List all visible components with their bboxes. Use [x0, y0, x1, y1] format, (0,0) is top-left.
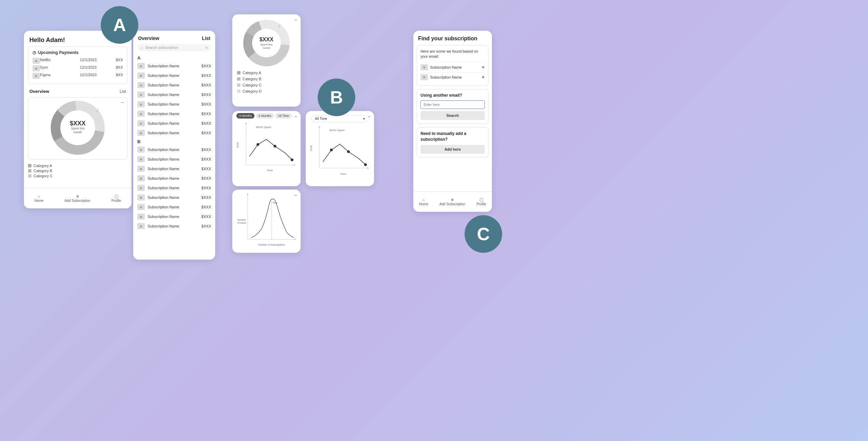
search-button[interactable]: Search [421, 111, 485, 120]
search-placeholder: Search subscription [145, 45, 178, 50]
list-item[interactable]: ▣ Subscription Name $XXX [133, 154, 215, 164]
list-item[interactable]: ▣ Subscription Name $XXX [133, 212, 215, 221]
sub-icon: ▣ [137, 92, 145, 98]
svg-point-44 [330, 149, 333, 151]
nav-home-a[interactable]: ⌂ Home [35, 194, 44, 203]
list-item[interactable]: ▣ Subscription Name $XXX [133, 109, 215, 119]
sub-price: $XXX [202, 112, 211, 116]
list-label-b[interactable]: List [202, 36, 210, 41]
svg-point-46 [364, 163, 367, 166]
sub-name: Subscription Name [148, 205, 199, 209]
upcoming-payments-title: Upcoming Payments [38, 50, 79, 55]
sub-price: $XXX [202, 83, 211, 87]
nav-add-label-a: Add Subscription [65, 199, 91, 203]
c3-minus-icon[interactable]: − [294, 192, 297, 198]
list-item[interactable]: ▣ Subscription Name $XXX [133, 71, 215, 80]
list-link[interactable]: List [120, 89, 126, 94]
svg-text:Number of Subscriptions: Number of Subscriptions [259, 244, 285, 246]
nav-home-label-e: Home [419, 202, 428, 206]
sub-name: Subscription Name [148, 83, 199, 87]
list-item[interactable]: ▣ Subscription Name $XXX [133, 221, 215, 231]
sub-name: Subscription Name [148, 186, 199, 190]
add-found-sub-2-icon[interactable]: + [482, 74, 485, 80]
circle-a-label: A [101, 6, 138, 44]
home-icon: ⌂ [38, 194, 40, 198]
sub-price: $XXX [202, 93, 211, 97]
panel-c2-linechart: − 3 Months 6 Months All Time $XXX Spent … [232, 111, 301, 186]
sub-icon: ▣ [137, 82, 145, 88]
c1-minus-icon[interactable]: − [294, 17, 297, 23]
circle-b-text: B [330, 87, 343, 108]
nav-add-e[interactable]: ⊕ Add Subscription [439, 198, 465, 206]
list-item[interactable]: ▣ Subscription Name $XXX [133, 193, 215, 202]
found-item-2[interactable]: ▣ Subscription Name + [421, 72, 485, 82]
list-item[interactable]: ▣ Subscription Name $XXX [133, 164, 215, 174]
filter-6months[interactable]: 6 Months [256, 113, 274, 119]
found-item-1[interactable]: ▣ Subscription Name + [421, 62, 485, 72]
d1-minus-icon[interactable]: − [368, 114, 371, 119]
nav-profile-a[interactable]: ◯ Profile [111, 194, 121, 203]
svg-text:Spent this: Spent this [260, 43, 273, 46]
overview-label: Overview [29, 89, 49, 94]
nav-profile-e[interactable]: ◯ Profile [477, 198, 486, 206]
circle-c-label: C [465, 215, 502, 253]
email-input[interactable] [421, 100, 485, 109]
list-item[interactable]: ▣ Subscription Name $XXX [133, 145, 215, 154]
list-panel-header: Overview List [133, 31, 215, 44]
list-item[interactable]: ▣ Subscription Name $XXX [133, 174, 215, 183]
c1-legend: Category A Category B Category C Categor… [235, 71, 298, 96]
list-item[interactable]: ▣ Subscription Name $XXX [133, 61, 215, 71]
d1-content: − All Time ▾ $XXX Spent Cost Time [306, 111, 374, 186]
panel-a-home: Hello Adam! ⚙ ◷ Upcoming Payments ▣ Netf… [24, 31, 132, 208]
filter-alltime[interactable]: All Time [275, 113, 292, 119]
filter-icon[interactable]: ≡ [206, 45, 208, 50]
upcoming-payments-header: ◷ Upcoming Payments [32, 50, 123, 55]
list-item[interactable]: ▣ Subscription Name $XXX [133, 99, 215, 109]
donut-minus-icon[interactable]: − [121, 100, 124, 105]
sub-name: Subscription Name [148, 112, 199, 116]
sub-price: $XXX [202, 121, 211, 125]
d1-line-svg: $XXX Spent Cost Time [308, 124, 371, 178]
nav-home-e[interactable]: ⌂ Home [419, 198, 428, 206]
manual-add-box: Need to manually add a subscription? Add… [417, 127, 488, 158]
list-item[interactable]: ▣ Subscription Name $XXX [133, 128, 215, 138]
alltime-dropdown[interactable]: All Time ▾ [311, 115, 369, 122]
search-bar[interactable]: ⌕ Search subscription ≡ [137, 44, 211, 51]
nav-profile-label-a: Profile [111, 199, 121, 203]
another-email-title: Using another email? [421, 93, 485, 98]
list-item[interactable]: ▣ Subscription Name $XXX [133, 119, 215, 128]
svg-marker-20 [294, 164, 296, 166]
overview-label-b[interactable]: Overview [138, 36, 159, 41]
svg-marker-40 [318, 126, 320, 128]
list-item[interactable]: ▣ Subscription Name $XXX [133, 202, 215, 212]
add-found-sub-1-icon[interactable]: + [482, 64, 485, 70]
nav-add-a[interactable]: ⊕ Add Subscription [65, 194, 91, 203]
c1-label-c: Category C [243, 83, 262, 87]
manual-add-title: Need to manually add a subscription? [421, 131, 485, 142]
search-icon: ⌕ [141, 45, 143, 50]
legend-item-b: Category B [28, 169, 127, 173]
sub-price: $XXX [202, 167, 211, 171]
legend-item-c: Category C [28, 174, 127, 178]
svg-text:Number: Number [237, 219, 246, 221]
list-item[interactable]: ▣ Subscription Name $XXX [133, 80, 215, 90]
legend-dot-c [28, 174, 31, 178]
greeting-text: Hello Adam! [29, 37, 65, 44]
sub-icon: ▣ [137, 185, 145, 191]
panel-c1-donut: − $XXX Spent this month Category A Categ… [232, 14, 301, 107]
add-here-button[interactable]: Add here [421, 145, 485, 154]
sub-name: Subscription Name [148, 64, 199, 68]
svg-text:You: You [273, 201, 277, 204]
panel-a-bottom-nav: ⌂ Home ⊕ Add Subscription ◯ Profile [24, 188, 132, 208]
filter-3months[interactable]: 3 Months [236, 113, 254, 119]
svg-text:of Users: of Users [237, 222, 247, 224]
list-item[interactable]: ▣ Subscription Name $XXX [133, 90, 215, 99]
sub-icon: ▣ [137, 101, 145, 107]
sub-name: Subscription Name [148, 121, 199, 125]
netflix-icon: ▣ [32, 58, 40, 64]
list-item[interactable]: ▣ Subscription Name $XXX [133, 183, 215, 193]
c2-minus-icon[interactable]: − [294, 114, 297, 119]
svg-text:Spent this: Spent this [71, 127, 85, 130]
sub-name: Subscription Name [148, 176, 199, 180]
gym-icon: ▣ [32, 65, 40, 71]
